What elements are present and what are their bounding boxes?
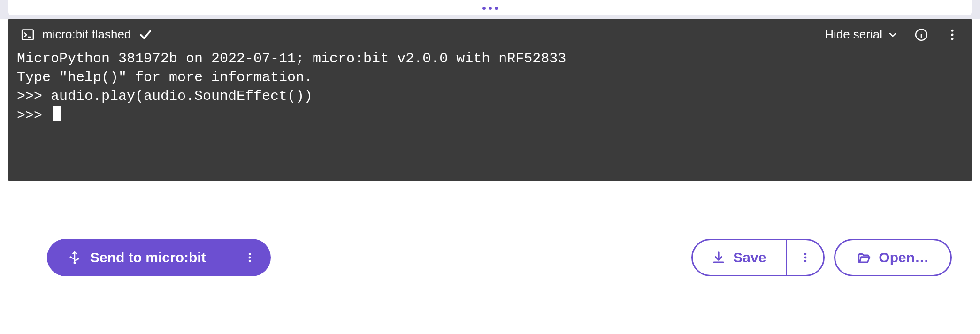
svg-point-14: [249, 253, 251, 255]
svg-point-6: [951, 33, 954, 36]
svg-point-16: [249, 260, 251, 262]
open-button[interactable]: Open…: [834, 239, 952, 276]
repl-command: audio.play(audio.SoundEffect()): [51, 88, 313, 104]
svg-point-15: [249, 257, 251, 259]
repl-prompt: >>>: [17, 88, 51, 104]
hide-serial-label: Hide serial: [825, 27, 882, 42]
svg-point-5: [951, 29, 954, 31]
svg-point-7: [951, 38, 954, 40]
open-button-label: Open…: [879, 250, 929, 266]
svg-rect-0: [22, 30, 33, 39]
svg-point-10: [70, 256, 72, 258]
chevron-down-icon: [888, 30, 897, 39]
kebab-vertical-icon[interactable]: [945, 28, 959, 42]
send-more-button[interactable]: [229, 239, 271, 276]
usb-icon: [68, 250, 82, 265]
serial-line: >>> audio.play(audio.SoundEffect()): [17, 87, 963, 106]
bottom-toolbar: Send to micro:bit Save: [0, 181, 980, 334]
serial-output[interactable]: MicroPython 381972b on 2022-07-11; micro…: [8, 46, 972, 181]
drag-handle-icon: [482, 7, 498, 10]
terminal-icon: [21, 28, 35, 42]
app-root: micro:bit flashed Hide serial: [0, 0, 980, 334]
kebab-vertical-icon: [799, 251, 812, 264]
save-button-group: Save: [691, 239, 825, 276]
save-more-button[interactable]: [786, 240, 823, 275]
cursor-icon: [53, 106, 61, 121]
save-button[interactable]: Save: [693, 240, 786, 275]
send-to-microbit-button[interactable]: Send to micro:bit: [47, 239, 229, 276]
serial-line: MicroPython 381972b on 2022-07-11; micro…: [17, 49, 963, 68]
serial-panel: micro:bit flashed Hide serial: [8, 19, 972, 181]
kebab-vertical-icon: [244, 251, 256, 264]
hide-serial-button[interactable]: Hide serial: [825, 27, 897, 42]
svg-rect-12: [77, 258, 79, 260]
serial-line: Type "help()" for more information.: [17, 68, 963, 87]
send-button-group: Send to micro:bit: [47, 239, 271, 276]
serial-header: micro:bit flashed Hide serial: [8, 19, 972, 46]
info-icon[interactable]: [914, 28, 928, 42]
save-button-label: Save: [733, 250, 766, 266]
folder-open-icon: [857, 250, 871, 265]
svg-point-19: [804, 253, 806, 255]
serial-line: >>>: [17, 106, 963, 125]
serial-status: micro:bit flashed: [21, 27, 816, 42]
svg-point-21: [804, 260, 806, 262]
svg-point-20: [804, 257, 806, 259]
svg-point-13: [74, 262, 76, 264]
panel-resize-strip[interactable]: [0, 0, 980, 19]
repl-prompt: >>>: [17, 107, 51, 123]
download-icon: [712, 250, 726, 265]
send-button-label: Send to micro:bit: [90, 250, 206, 266]
check-icon: [138, 28, 153, 42]
serial-status-label: micro:bit flashed: [42, 27, 131, 42]
svg-point-4: [921, 31, 922, 32]
